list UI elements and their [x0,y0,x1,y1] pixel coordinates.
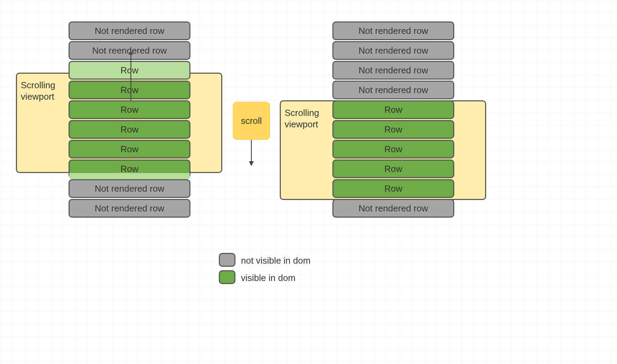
right-row-7: Row [332,160,454,178]
right-row-9: Not rendered row [332,199,454,218]
left-row-0: Not rendered row [69,21,190,40]
right-row-3-label: Not rendered row [359,85,428,95]
scroll-arrow-icon [248,140,255,167]
left-row-0-label: Not rendered row [95,26,164,36]
left-row-3: Row [69,81,190,99]
left-row-6-label: Row [120,144,138,155]
left-viewport-label: Scrolling viewport [21,80,55,102]
right-row-4: Row [332,100,454,119]
left-row-1: Not reendered row [69,41,190,60]
left-row-7-label: Row [120,164,138,174]
right-row-8: Row [332,179,454,198]
right-row-6: Row [332,140,454,158]
right-row-5: Row [332,120,454,139]
left-row-9-label: Not rendered row [95,203,164,214]
left-partial-row-bottom [69,173,190,179]
right-row-7-label: Row [384,164,402,174]
left-row-9: Not rendered row [69,199,190,218]
left-row-6: Row [69,140,190,158]
left-row-8: Not rendered row [69,179,190,198]
right-row-8-label: Row [384,183,402,194]
right-row-6-label: Row [384,144,402,155]
scroll-label: scroll [241,116,262,126]
right-row-3: Not rendered row [332,81,454,99]
right-row-4-label: Row [384,104,402,115]
left-row-4-label: Row [120,104,138,115]
right-row-2: Not rendered row [332,61,454,80]
left-row-2-label: Row [120,65,138,76]
right-row-1-label: Not rendered row [359,45,428,56]
right-row-0: Not rendered row [332,21,454,40]
legend-text-not-visible: not visible in dom [241,255,311,266]
scroll-tag: scroll [233,102,270,140]
left-row-1-label: Not reendered row [92,45,167,56]
legend-swatch-green [219,270,235,284]
left-row-4: Row [69,100,190,119]
right-row-2-label: Not rendered row [359,65,428,76]
right-viewport-label: Scrolling viewport [285,107,319,130]
legend-text-visible: visible in dom [241,273,296,283]
left-row-5-label: Row [120,124,138,135]
left-row-3-label: Row [120,85,138,95]
left-row-5: Row [69,120,190,139]
diagram-canvas: Scrolling viewport Not rendered row Not … [0,0,617,364]
svg-marker-3 [249,161,254,166]
right-row-5-label: Row [384,124,402,135]
left-row-8-label: Not rendered row [95,183,164,194]
left-row-2: Row [69,61,190,80]
right-row-1: Not rendered row [332,41,454,60]
right-row-9-label: Not rendered row [359,203,428,214]
legend-swatch-gray [219,253,235,267]
right-row-0-label: Not rendered row [359,26,428,36]
